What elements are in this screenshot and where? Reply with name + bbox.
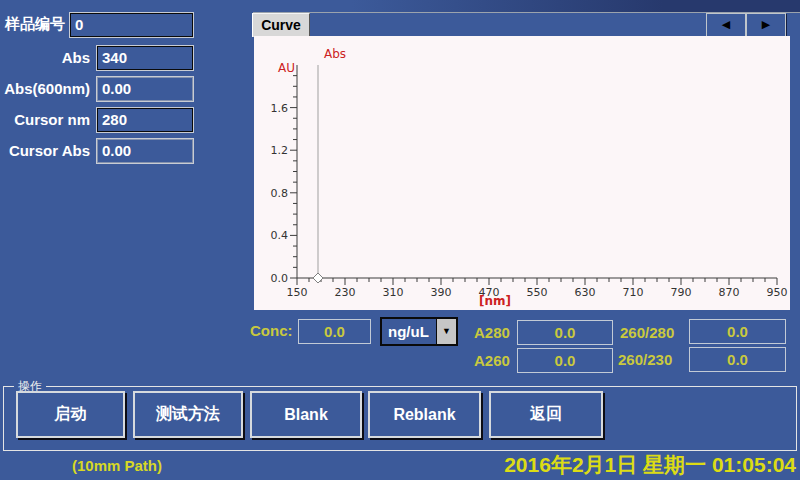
- svg-text:0.8: 0.8: [271, 187, 289, 200]
- a260-label: A260: [474, 352, 510, 369]
- spectrum-plot-area[interactable]: 1502303103904705506307107908709500.00.40…: [254, 36, 790, 310]
- unit-dropdown-value: ng/uL: [388, 319, 429, 344]
- conc-value-box: 0.0: [298, 319, 371, 344]
- ratio-260-280-value-box: 0.0: [689, 319, 786, 344]
- svg-text:310: 310: [383, 286, 404, 299]
- conc-label: Conc:: [250, 322, 293, 339]
- x-axis-unit-label: [nm]: [479, 294, 511, 308]
- reblank-button[interactable]: Reblank: [368, 391, 481, 438]
- cursor-nm-field[interactable]: 280: [96, 107, 194, 133]
- tab-scroll-right-button[interactable]: ▶: [746, 13, 786, 37]
- ratio-260-230-value-box: 0.0: [689, 347, 786, 372]
- abs-600nm-field: 0.00: [96, 76, 194, 102]
- svg-text:790: 790: [671, 286, 692, 299]
- cursor-nm-label: Cursor nm: [0, 111, 90, 128]
- tab-curve[interactable]: Curve: [252, 13, 310, 37]
- series-label: Abs: [324, 47, 346, 61]
- svg-text:230: 230: [335, 286, 356, 299]
- svg-text:710: 710: [623, 286, 644, 299]
- ratio-260-280-label: 260/280: [620, 324, 674, 341]
- svg-text:950: 950: [767, 286, 788, 299]
- path-length-status: (10mm Path): [72, 457, 162, 474]
- unit-dropdown[interactable]: ng/uL ▼: [380, 317, 458, 346]
- a260-value-box: 0.0: [517, 348, 613, 373]
- tab-header-band: [253, 0, 800, 12]
- svg-text:1.2: 1.2: [271, 144, 289, 157]
- abs-600nm-label: Abs(600nm): [0, 80, 90, 97]
- svg-text:150: 150: [287, 286, 308, 299]
- start-button[interactable]: 启动: [16, 391, 125, 438]
- spectrum-plot-svg: 1502303103904705506307107908709500.00.40…: [254, 36, 790, 310]
- return-button[interactable]: 返回: [489, 391, 603, 438]
- datetime-status: 2016年2月1日 星期一 01:05:04: [440, 451, 796, 479]
- y-axis-unit-label: AU: [278, 61, 295, 75]
- a280-value-box: 0.0: [517, 320, 613, 345]
- cursor-abs-label: Cursor Abs: [0, 142, 90, 159]
- a280-label: A280: [474, 324, 510, 341]
- ratio-260-230-label: 260/230: [618, 351, 672, 368]
- svg-text:870: 870: [719, 286, 740, 299]
- test-method-button[interactable]: 测试方法: [133, 391, 243, 438]
- sample-number-label: 样品编号: [5, 15, 65, 34]
- svg-text:630: 630: [575, 286, 596, 299]
- chevron-down-icon[interactable]: ▼: [436, 319, 456, 344]
- abs-wavelength-label: Abs: [0, 49, 90, 66]
- arrow-right-icon: ▶: [762, 18, 770, 30]
- sample-number-field[interactable]: 0: [69, 12, 194, 38]
- arrow-left-icon: ◀: [722, 18, 730, 30]
- svg-text:0.4: 0.4: [271, 229, 289, 242]
- svg-text:390: 390: [431, 286, 452, 299]
- svg-text:0.0: 0.0: [271, 272, 289, 285]
- screen: { "colors": { "background": "#3c5a9a", "…: [0, 0, 800, 480]
- tab-scroll-left-button[interactable]: ◀: [706, 13, 746, 37]
- svg-text:1.6: 1.6: [271, 102, 289, 115]
- svg-text:550: 550: [527, 286, 548, 299]
- cursor-abs-field: 0.00: [96, 138, 194, 164]
- abs-wavelength-field[interactable]: 340: [96, 45, 194, 71]
- blank-button[interactable]: Blank: [250, 391, 362, 438]
